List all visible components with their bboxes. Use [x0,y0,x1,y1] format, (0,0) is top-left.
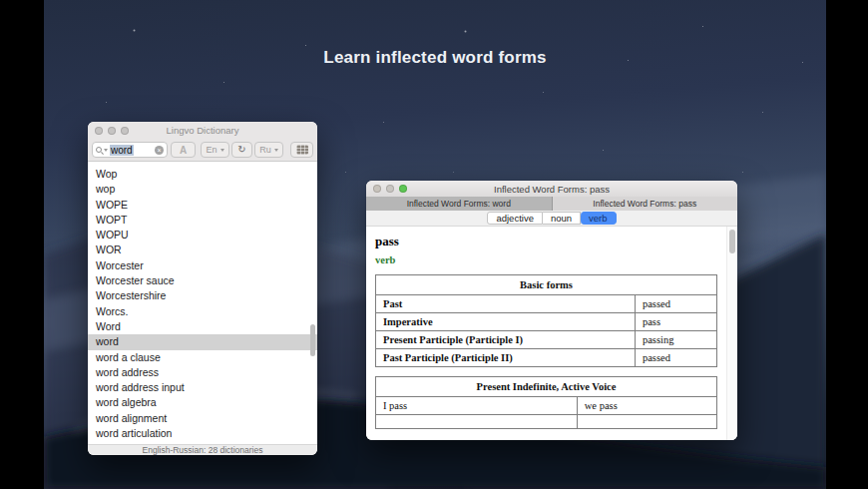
zoom-button[interactable] [121,127,129,135]
headword: pass [375,234,717,249]
dictionaries-icon [296,145,308,155]
desktop: Learn inflected word forms Lingvo Dictio… [0,0,868,489]
table-row: I passwe pass [376,397,717,415]
table-row: Pastpassed [376,295,717,313]
table-cell: Imperative [376,313,636,331]
traffic-lights [95,122,129,139]
font-size-label: A [180,145,187,156]
search-input[interactable]: word × [92,142,168,158]
close-button[interactable] [373,185,381,193]
forms-table: Present Indefinite, Active VoiceI passwe… [375,376,717,429]
source-language-button[interactable]: En [201,142,229,158]
list-item[interactable]: word [88,334,317,349]
forms-titlebar[interactable]: Inflected Word Forms: pass [366,181,737,197]
list-scrollbar-thumb[interactable] [310,324,315,356]
dictionary-titlebar[interactable]: Lingvo Dictionary [88,122,317,139]
segment-adjective[interactable]: adjective [487,212,543,225]
swap-icon: ↻ [237,145,245,155]
tab-inactive[interactable]: Inflected Word Forms: word [366,197,553,211]
list-item[interactable]: word alignment [88,411,317,426]
list-item[interactable]: word articulation [88,426,317,441]
list-item[interactable]: Word [88,319,317,334]
traffic-lights [373,181,407,197]
table-cell: Past Participle (Participle II) [376,349,636,367]
stars [44,0,45,1]
table-title: Present Indefinite, Active Voice [376,377,717,397]
window-title: Inflected Word Forms: pass [366,184,737,195]
target-language-label: Ru [259,145,271,155]
minimize-button[interactable] [386,185,394,193]
list-item[interactable]: Worcester sauce [88,273,317,288]
list-item[interactable]: WOPU [88,228,317,243]
list-item[interactable]: WOR [88,243,317,257]
search-scope-chevron-icon [104,149,108,152]
table-cell: passed [635,349,716,367]
chevron-down-icon [220,149,224,152]
table-cell: we pass [577,397,716,415]
table-row [376,415,717,429]
table-cell: passing [635,331,716,349]
page-title: Learn inflected word forms [44,48,826,68]
source-language-label: En [206,145,217,155]
list-item[interactable]: Worcs. [88,304,317,319]
close-button[interactable] [95,127,103,135]
dictionaries-button[interactable] [290,142,313,158]
table-cell: Present Participle (Participle I) [376,331,636,349]
zoom-button[interactable] [399,185,407,193]
forms-content-tables: pass verb Basic formsPastpassedImperativ… [366,227,726,440]
table-cell: pass [635,313,716,331]
dictionary-toolbar: word × A En ↻ Ru [88,139,317,162]
word-list: WopwopWOPEWOPTWOPUWORWorcesterWorcester … [88,163,317,444]
table-cell: passed [635,295,716,313]
content-scrollbar[interactable] [726,227,737,440]
part-of-speech-label: verb [375,254,717,265]
search-icon [96,147,102,153]
table-title: Basic forms [376,275,717,295]
pos-segmented-control: adjectivenounverb [487,212,616,225]
list-item[interactable]: word algebra [88,395,317,410]
content-scrollbar-thumb[interactable] [729,230,735,253]
list-item[interactable]: wop [88,182,317,197]
tab-bar: Inflected Word Forms: wordInflected Word… [366,197,737,211]
minimize-button[interactable] [108,127,116,135]
table-row: Past Participle (Participle II)passed [376,349,717,367]
forms-table: Basic formsPastpassedImperativepassPrese… [375,274,717,367]
list-item[interactable]: word address [88,365,317,380]
list-item[interactable]: WOPE [88,198,317,213]
table-row: Imperativepass [376,313,717,331]
segment-noun[interactable]: noun [543,212,581,225]
dictionary-window: Lingvo Dictionary word × A En ↻ [88,122,317,455]
forms-content: pass verb Basic formsPastpassedImperativ… [366,227,737,440]
inflected-forms-window: Inflected Word Forms: pass Inflected Wor… [366,181,737,440]
status-bar: English-Russian: 28 dictionaries [88,444,317,455]
swap-languages-button[interactable]: ↻ [231,142,252,158]
list-item[interactable]: word address input [88,380,317,395]
segment-verb[interactable]: verb [581,212,616,225]
list-item[interactable]: Worcester [88,258,317,273]
table-cell: Past [376,295,636,313]
target-language-button[interactable]: Ru [254,142,283,158]
table-row: Present Participle (Participle I)passing [376,331,717,349]
list-item[interactable]: word a clause [88,350,317,365]
chevron-down-icon [274,149,278,152]
font-size-button[interactable]: A [171,142,196,158]
list-item[interactable]: WOPT [88,213,317,228]
table-cell: I pass [376,397,578,415]
list-item[interactable]: Wop [88,167,317,182]
tab-active[interactable]: Inflected Word Forms: pass [553,197,738,211]
clear-search-icon[interactable]: × [155,146,164,155]
list-item[interactable]: Worcestershire [88,288,317,303]
search-text: word [110,145,134,156]
part-of-speech-bar: adjectivenounverb [366,211,737,227]
